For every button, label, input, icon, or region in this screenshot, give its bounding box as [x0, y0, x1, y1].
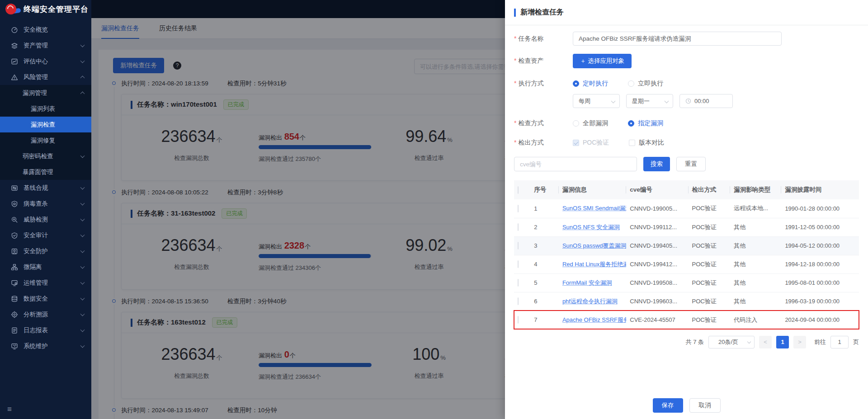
save-button[interactable]: 保存 — [653, 398, 683, 413]
goto-page-input[interactable] — [830, 336, 849, 348]
sidebar-item[interactable]: 安全防护 — [0, 243, 91, 259]
cancel-button[interactable]: 取消 — [689, 398, 721, 413]
disclosure-date: 1996-03-19 00:00:00 — [781, 292, 859, 311]
vulnerability-table: 序号漏洞信息cve编号检出方式漏洞影响类型漏洞披露时间 1SunOS SMI S… — [514, 180, 859, 330]
check-mode-label: 检查方式 — [518, 119, 543, 127]
cve-id: CNNVD-199412... — [626, 255, 688, 273]
row-checkbox[interactable] — [518, 279, 519, 287]
protect-icon — [11, 248, 18, 255]
task-name-label: 任务名称 — [518, 35, 543, 42]
table-row: 3SunOS passwd覆盖漏洞CNNVD-199405...POC验证其他1… — [514, 236, 859, 255]
page-number-1[interactable]: 1 — [776, 336, 789, 348]
gauge-icon — [11, 26, 18, 33]
select-all-checkbox[interactable] — [518, 186, 519, 194]
row-checkbox[interactable] — [518, 242, 519, 250]
sidebar-item[interactable]: 暴露面管理 — [0, 164, 91, 180]
row-checkbox[interactable] — [518, 223, 519, 231]
virus-icon — [11, 200, 18, 207]
disclosure-date: 1991-12-05 00:00:00 — [781, 218, 859, 236]
row-checkbox[interactable] — [518, 260, 519, 268]
sidebar-item[interactable]: 分析溯源 — [0, 306, 91, 322]
sidebar-item[interactable]: 数据安全 — [0, 291, 91, 306]
page-size-select[interactable]: 20条/页 — [708, 336, 755, 348]
sidebar-item[interactable]: 病毒查杀 — [0, 196, 91, 212]
sidebar-item[interactable]: 资产管理 — [0, 38, 91, 53]
vuln-name-link[interactable]: Apache OFBiz SSRF服务端请求伪造漏洞 — [562, 316, 626, 323]
sidebar-item[interactable]: 漏洞修复 — [0, 132, 91, 148]
disclosure-date: 1995-08-01 00:00:00 — [781, 273, 859, 292]
radio-all-vulns[interactable]: 全部漏洞 — [573, 119, 608, 127]
frequency-select[interactable]: 每周 — [573, 94, 620, 108]
impact-type: 远程或本地... — [730, 199, 781, 218]
vuln-name-link[interactable]: phf远程命令执行漏洞 — [562, 298, 618, 305]
select-assets-button[interactable]: ＋ 选择应用对象 — [573, 54, 632, 68]
sidebar-item[interactable]: 漏洞列表 — [0, 101, 91, 117]
collapse-sidebar-icon[interactable]: ≡ — [7, 405, 17, 414]
vuln-name-link[interactable]: Red Hat Linux服务拒绝漏洞 — [562, 261, 626, 268]
table-row: 6phf远程命令执行漏洞CNNVD-199603...POC验证其他1996-0… — [514, 292, 859, 311]
row-checkbox[interactable] — [518, 297, 519, 305]
sidebar-item[interactable]: 微隔离 — [0, 259, 91, 275]
new-task-drawer: 新增检查任务 *任务名称 *检查资产 ＋ 选择应用对象 *执行方式 定时执行 立… — [505, 0, 868, 419]
cve-id: CNNVD-199603... — [626, 292, 688, 311]
weekday-select[interactable]: 星期一 — [626, 94, 673, 108]
drawer-header: 新增检查任务 — [505, 0, 868, 25]
radio-scheduled[interactable]: 定时执行 — [573, 80, 608, 88]
reset-button[interactable]: 重置 — [676, 157, 706, 171]
sidebar-item[interactable]: 漏洞检查 — [0, 117, 91, 132]
sidebar-item[interactable]: 基线合规 — [0, 180, 91, 196]
sidebar-item[interactable]: 漏洞管理 — [0, 85, 91, 101]
table-body: 1SunOS SMI Sendmail漏洞CNNVD-199005...POC验… — [514, 199, 859, 329]
impact-type: 其他 — [730, 236, 781, 255]
drawer-title: 新增检查任务 — [520, 8, 564, 17]
task-name-input[interactable] — [573, 32, 782, 46]
exec-mode-label: 执行方式 — [518, 80, 543, 87]
sidebar-menu: 安全概览资产管理评估中心风险管理漏洞管理漏洞列表漏洞检查漏洞修复弱密码检查暴露面… — [0, 22, 91, 403]
cve-search-input[interactable] — [514, 157, 637, 171]
checkbox-icon — [629, 140, 635, 146]
chevron-down-icon — [80, 280, 85, 284]
vuln-name-link[interactable]: SunOS SMI Sendmail漏洞 — [562, 205, 626, 212]
chevron-down-icon — [80, 264, 85, 268]
column-header: 漏洞影响类型 — [730, 180, 781, 199]
vuln-name-link[interactable]: FormMail 安全漏洞 — [562, 279, 612, 286]
column-header: 检出方式 — [689, 180, 731, 199]
time-picker[interactable]: 00:00 — [679, 94, 733, 108]
vuln-name-link[interactable]: SunOS passwd覆盖漏洞 — [562, 242, 626, 249]
chevron-down-icon — [80, 296, 85, 300]
assets-label: 检查资产 — [518, 57, 543, 64]
audit-icon — [11, 232, 18, 239]
row-checkbox[interactable] — [518, 205, 519, 212]
sidebar-item[interactable]: 评估中心 — [0, 53, 91, 69]
sidebar-item[interactable]: 威胁检测 — [0, 212, 91, 227]
sidebar-item[interactable]: 弱密码检查 — [0, 148, 91, 164]
cve-id: CNNVD-199508... — [626, 273, 688, 292]
sidebar-item[interactable]: 安全概览 — [0, 22, 91, 38]
detect-method: POC验证 — [689, 292, 731, 311]
row-checkbox[interactable] — [518, 316, 519, 324]
table-header-row: 序号漏洞信息cve编号检出方式漏洞影响类型漏洞披露时间 — [514, 180, 859, 199]
sidebar-item[interactable]: 系统维护 — [0, 338, 91, 354]
search-button[interactable]: 搜索 — [643, 157, 670, 171]
next-page-button[interactable]: > — [793, 336, 806, 348]
sidebar-item[interactable]: 风险管理 — [0, 69, 91, 85]
modal-overlay[interactable] — [91, 0, 505, 419]
chevron-down-icon — [80, 248, 85, 253]
radio-specified-vulns[interactable]: 指定漏洞 — [628, 119, 663, 127]
sidebar-item[interactable]: 安全审计 — [0, 227, 91, 243]
checkbox-version-compare[interactable]: 版本对比 — [629, 139, 664, 147]
goto-label: 前往 — [814, 338, 826, 346]
radio-dot-icon — [628, 120, 634, 127]
vuln-name-link[interactable]: SunOS NFS 安全漏洞 — [562, 224, 620, 231]
table-row: 1SunOS SMI Sendmail漏洞CNNVD-199005...POC验… — [514, 199, 859, 218]
column-header: 漏洞信息 — [559, 180, 626, 199]
maintain-icon — [11, 343, 18, 350]
radio-immediate[interactable]: 立即执行 — [628, 80, 663, 88]
chevron-up-icon — [80, 91, 85, 96]
sidebar-item[interactable]: 日志报表 — [0, 322, 91, 338]
sidebar-item[interactable]: 运维管理 — [0, 275, 91, 291]
row-number: 2 — [530, 218, 559, 236]
disclosure-date: 2024-09-04 00:00:00 — [781, 311, 859, 329]
checkbox-poc-verify[interactable]: POC验证 — [573, 139, 609, 147]
prev-page-button[interactable]: < — [759, 336, 772, 348]
